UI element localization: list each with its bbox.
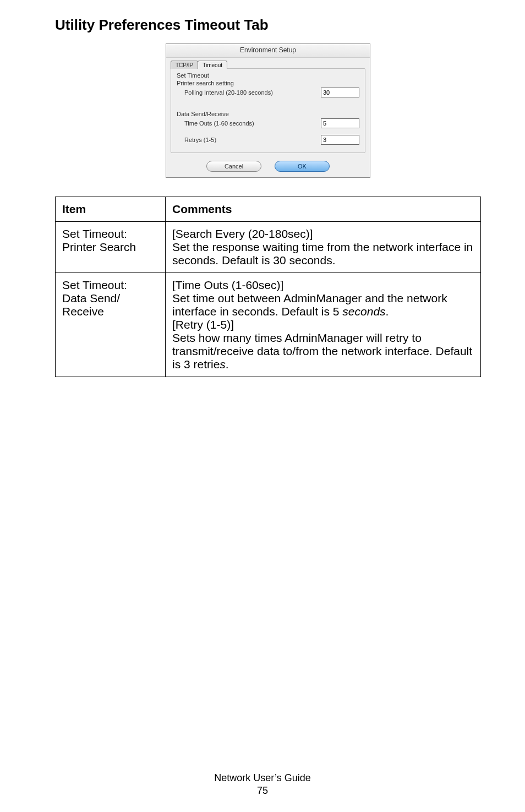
tabstrip: TCP/IP Timeout <box>166 58 370 68</box>
col-item: Item <box>56 197 166 222</box>
set-timeout-group: Set Timeout Printer search setting Polli… <box>171 68 365 153</box>
footer-page-number: 75 <box>0 785 525 797</box>
row1-comments: [Search Every (20-180sec)] Set the respo… <box>166 222 481 273</box>
data-send-receive-label: Data Send/Receive <box>177 111 359 117</box>
table-row: Set Timeout: Data Send/ Receive [Time Ou… <box>56 273 481 377</box>
footer-guide: Network User’s Guide <box>0 772 525 784</box>
retrys-input[interactable] <box>321 135 359 145</box>
timeouts-label: Time Outs (1-60 seconds) <box>177 120 254 127</box>
table-row: Set Timeout: Printer Search [Search Ever… <box>56 222 481 273</box>
page-heading: Utility Preferences Timeout Tab <box>55 17 481 34</box>
col-comments: Comments <box>166 197 481 222</box>
group-title: Set Timeout <box>177 72 359 79</box>
environment-setup-dialog: Environment Setup TCP/IP Timeout Set Tim… <box>166 43 370 178</box>
polling-interval-label: Polling Interval (20-180 seconds) <box>177 89 273 96</box>
ok-button[interactable]: OK <box>275 161 330 172</box>
dialog-container: Environment Setup TCP/IP Timeout Set Tim… <box>55 43 481 178</box>
info-table: Item Comments Set Timeout: Printer Searc… <box>55 197 481 377</box>
page-footer: Network User’s Guide 75 <box>0 772 525 797</box>
tab-tcpip[interactable]: TCP/IP <box>171 61 198 69</box>
dialog-buttons: Cancel OK <box>166 157 370 177</box>
row1-item: Set Timeout: Printer Search <box>56 222 166 273</box>
retrys-label: Retrys (1-5) <box>177 137 216 143</box>
cancel-button[interactable]: Cancel <box>206 161 261 172</box>
polling-interval-input[interactable] <box>321 88 359 97</box>
timeouts-input[interactable] <box>321 118 359 128</box>
printer-search-label: Printer search setting <box>177 80 359 86</box>
dialog-title: Environment Setup <box>166 44 370 58</box>
row2-item: Set Timeout: Data Send/ Receive <box>56 273 166 377</box>
row2-comments: [Time Outs (1-60sec)] Set time out betwe… <box>166 273 481 377</box>
tab-timeout[interactable]: Timeout <box>198 61 227 69</box>
